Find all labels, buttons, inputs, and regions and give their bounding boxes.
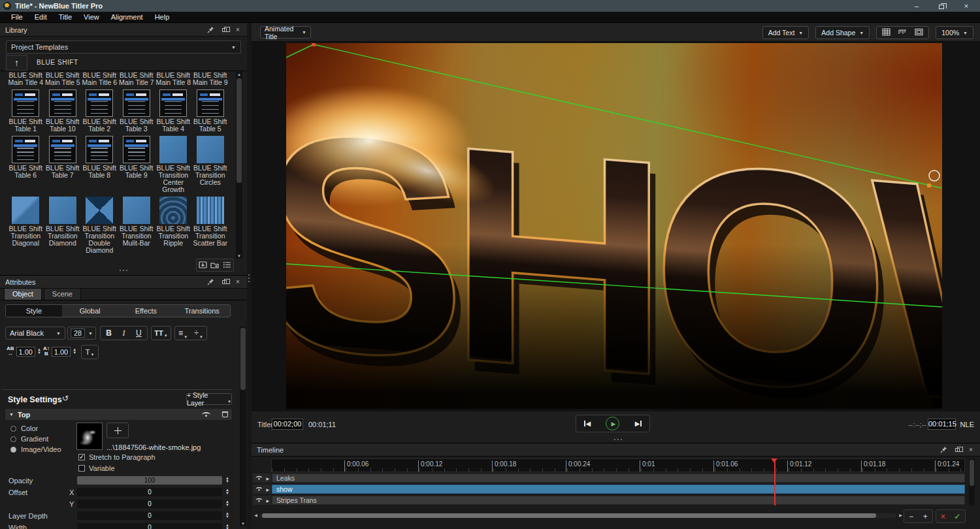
track-expand-icon[interactable]: ▶ (266, 498, 269, 503)
scroll-down-icon[interactable]: ▼ (236, 254, 242, 258)
scroll-down-icon[interactable]: ▼ (240, 522, 246, 526)
current-timecode-field[interactable]: 00:02;00 (272, 419, 303, 430)
library-category-select[interactable]: Project Templates ▼ (6, 40, 241, 54)
play-button[interactable]: ▶ (606, 417, 619, 430)
template-item[interactable]: BLUE Shift Table 1 (7, 89, 44, 133)
menu-alignment[interactable]: Alignment (105, 13, 149, 21)
image-position-button[interactable] (106, 423, 129, 438)
fill-option-color[interactable]: Color (10, 425, 38, 432)
slider-stepper[interactable]: ▲▼ (225, 500, 229, 507)
slider-stepper[interactable]: ▲▼ (225, 489, 229, 495)
template-item[interactable]: BLUE Shift Transition Circles (192, 136, 229, 193)
guide-vertex-handle[interactable] (312, 43, 316, 46)
tab-scene[interactable]: Scene (44, 288, 81, 300)
horizontal-align-button[interactable]: ≡▼ (178, 329, 188, 338)
add-style-layer-button[interactable]: + Style Layer ▼ (186, 393, 232, 405)
zoom-out-button[interactable]: − (909, 512, 913, 521)
style-layer-header[interactable]: ▼ Top (5, 409, 232, 420)
pin-icon[interactable] (206, 26, 214, 34)
timeline-vertical-scrollbar[interactable] (969, 458, 975, 505)
stretch-to-paragraph-option[interactable]: Stretch to Paragraph (78, 453, 155, 461)
template-item[interactable]: BLUE Shift Transition Diagonal (7, 197, 44, 254)
leading-stepper[interactable]: ▲▼ (73, 348, 76, 355)
variable-option[interactable]: Variable (78, 464, 115, 472)
checkbox-icon[interactable] (78, 465, 85, 472)
pin-icon[interactable] (939, 446, 947, 454)
track-clip[interactable]: Leaks (272, 473, 965, 483)
template-item[interactable]: BLUE Shift Table 5 (192, 89, 229, 133)
template-item[interactable]: BLUE Shift Main Title 7 (118, 72, 155, 86)
tab-object[interactable]: Object (4, 288, 42, 300)
nle-duration-field[interactable]: 00:01;15 (928, 419, 956, 430)
caps-button[interactable]: TT ▼ (151, 326, 171, 340)
leading-value[interactable]: 1.00 (52, 347, 71, 357)
template-item[interactable]: BLUE Shift Main Title 9 (192, 72, 229, 86)
add-text-button[interactable]: Add Text ▼ (762, 26, 809, 39)
template-item[interactable]: BLUE Shift Table 10 (44, 89, 82, 133)
checkbox-checked-icon[interactable] (78, 454, 85, 460)
ruler-toggle-icon[interactable] (898, 28, 907, 37)
opacity-slider[interactable]: 100 (77, 476, 222, 485)
offset-y-slider[interactable]: 0 (77, 500, 222, 508)
font-size-select[interactable]: 28 ▼ (67, 327, 96, 340)
tracking-value[interactable]: 1.00 (16, 347, 35, 357)
float-panel-icon[interactable] (220, 278, 228, 286)
track-visibility-icon[interactable] (255, 487, 262, 491)
italic-button[interactable]: I (122, 329, 125, 338)
scrollbar-thumb[interactable] (237, 78, 242, 183)
save-template-icon[interactable] (199, 261, 207, 270)
timeline-horizontal-scrollbar[interactable]: ◀ ▶ (253, 513, 904, 519)
track-visibility-icon[interactable] (255, 498, 262, 502)
menu-view[interactable]: View (78, 13, 105, 21)
restore-button[interactable] (937, 2, 946, 10)
radio-icon[interactable] (10, 426, 16, 432)
guide-vertex-handle[interactable] (927, 184, 931, 187)
cancel-button[interactable]: × (941, 512, 945, 521)
track-clip[interactable]: Stripes Trans (272, 496, 965, 505)
template-item[interactable]: BLUE Shift Table 2 (81, 89, 118, 133)
list-view-icon[interactable] (223, 261, 231, 270)
template-item[interactable]: BLUE Shift Main Title 6 (81, 72, 118, 86)
template-item[interactable]: BLUE Shift Transition Ripple (155, 197, 192, 254)
reset-style-icon[interactable]: ↺ (60, 394, 71, 404)
rotation-handle[interactable] (929, 170, 939, 181)
pin-icon[interactable] (206, 278, 214, 286)
track-expand-icon[interactable]: ▶ (266, 476, 269, 481)
menu-file[interactable]: File (5, 13, 29, 21)
scrollbar-thumb[interactable] (240, 328, 246, 390)
subtab-global[interactable]: Global (62, 305, 118, 317)
attributes-scrollbar[interactable]: ▼ (240, 327, 246, 526)
bold-button[interactable]: B (106, 329, 112, 338)
delete-layer-icon[interactable] (222, 411, 228, 417)
collapse-icon[interactable]: ▼ (9, 412, 14, 417)
subtab-transitions[interactable]: Transitions (174, 305, 230, 317)
layer-depth-slider[interactable]: 0 (77, 511, 222, 520)
slider-stepper[interactable]: ▲▼ (225, 477, 229, 483)
template-item[interactable]: BLUE Shift Table 3 (118, 89, 155, 133)
scrollbar-thumb[interactable] (262, 513, 876, 518)
add-shape-button[interactable]: Add Shape ▼ (815, 26, 870, 39)
template-item[interactable]: BLUE Shift Transition Double Diamond (81, 197, 118, 254)
skip-to-start-button[interactable]: ◀ (584, 420, 591, 427)
close-panel-icon[interactable]: × (967, 446, 975, 454)
close-panel-icon[interactable]: × (234, 26, 242, 34)
offset-x-slider[interactable]: 0 (77, 488, 222, 496)
scroll-up-icon[interactable]: ▲ (236, 72, 242, 76)
menu-title[interactable]: Title (53, 13, 78, 21)
playhead[interactable] (771, 458, 778, 505)
menu-edit[interactable]: Edit (29, 13, 53, 21)
safe-area-toggle-icon[interactable] (915, 28, 923, 37)
template-item[interactable]: BLUE Shift Table 7 (44, 136, 82, 193)
vertical-splitter[interactable] (247, 23, 252, 529)
scene-select[interactable]: Animated Title ▼ (260, 26, 311, 39)
slider-stepper[interactable]: ▲▼ (225, 524, 229, 529)
minimize-button[interactable]: – (912, 2, 921, 10)
menu-help[interactable]: Help (149, 13, 176, 21)
scroll-left-icon[interactable]: ◀ (253, 513, 259, 519)
template-item[interactable]: BLUE Shift Main Title 5 (44, 72, 82, 86)
vertical-align-button[interactable]: ÷▼ (194, 329, 203, 338)
close-button[interactable]: × (962, 2, 971, 10)
render-canvas[interactable]: SHOW SHOW (286, 43, 942, 409)
slider-stepper[interactable]: ▲▼ (225, 512, 229, 519)
fill-image-thumbnail[interactable] (76, 423, 103, 450)
